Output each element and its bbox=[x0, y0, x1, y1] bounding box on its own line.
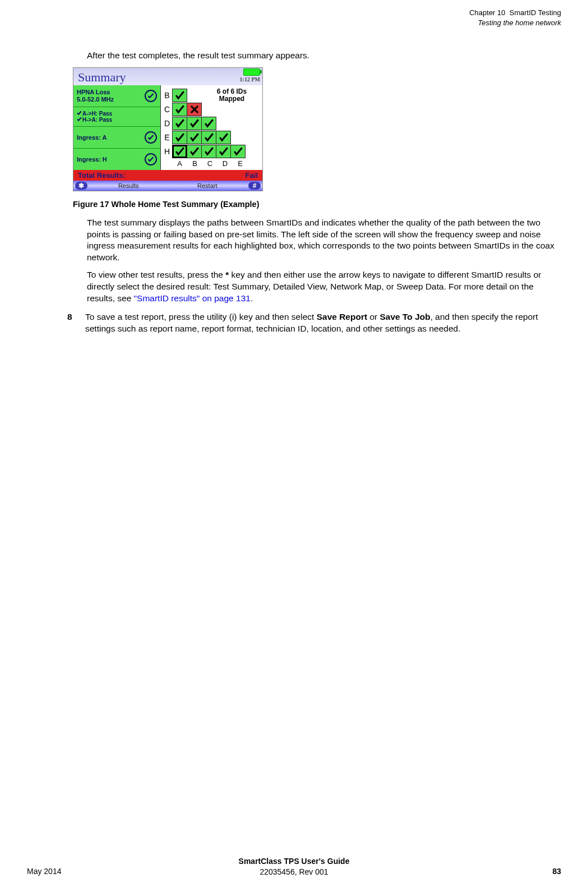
step-8: 8 To save a test report, press the utili… bbox=[67, 311, 561, 335]
mapped-count: 6 of 6 IDs Mapped bbox=[208, 88, 256, 102]
cell-pass bbox=[172, 131, 187, 144]
step-body: To save a test report, press the utility… bbox=[85, 311, 561, 335]
bold-save-to-job: Save To Job bbox=[380, 312, 430, 321]
cell-pass bbox=[187, 117, 202, 130]
step-number: 8 bbox=[67, 311, 76, 335]
figure-caption: Figure 17 Whole Home Test Summary (Examp… bbox=[73, 199, 561, 210]
hash-key-icon: # bbox=[248, 182, 261, 190]
hpna-box: HPNA Loss 5.0-52.0 MHz bbox=[73, 85, 160, 107]
cell-pass bbox=[201, 117, 216, 130]
cell-pass bbox=[172, 103, 187, 116]
left-panel: HPNA Loss 5.0-52.0 MHz A->H: Pass H->A: … bbox=[73, 85, 161, 170]
total-value: Fail bbox=[246, 171, 258, 181]
para-results: To view other test results, press the * … bbox=[87, 269, 558, 305]
cell-pass bbox=[172, 117, 187, 130]
softkey-bar: ✱ Results Restart # bbox=[73, 181, 262, 191]
col-e: E bbox=[233, 159, 248, 169]
check-circle-icon bbox=[145, 131, 157, 144]
cell-pass bbox=[230, 145, 246, 158]
battery-icon bbox=[243, 68, 260, 76]
clock: 1:12 PM bbox=[240, 76, 260, 84]
ingress-h-box: Ingress: H bbox=[73, 149, 160, 170]
soft-restart: Restart bbox=[168, 182, 247, 190]
col-b: B bbox=[187, 159, 202, 169]
row-c-label: C bbox=[162, 103, 172, 117]
cell-pass bbox=[216, 131, 231, 144]
ingress-a: Ingress: A bbox=[77, 134, 107, 141]
ingress-h: Ingress: H bbox=[77, 156, 107, 163]
chapter-num: Chapter 10 bbox=[469, 8, 505, 17]
ingress-a-box: Ingress: A bbox=[73, 127, 160, 149]
check-circle-icon bbox=[145, 90, 157, 102]
pass-ha: H->A: Pass bbox=[82, 117, 112, 123]
hpna-label1: HPNA Loss bbox=[77, 89, 110, 95]
cell-pass bbox=[187, 131, 202, 144]
intro-text: After the test completes, the result tes… bbox=[87, 50, 558, 62]
row-b-label: B bbox=[162, 89, 172, 103]
text: or bbox=[367, 312, 379, 321]
chapter-title: SmartID Testing bbox=[510, 8, 561, 17]
para-summary: The test summary displays the paths betw… bbox=[87, 217, 558, 264]
device-title-bar: Summary 1:12 PM bbox=[73, 68, 262, 85]
cell-pass bbox=[187, 145, 202, 158]
link-smartid-results[interactable]: "SmartID results" on page 131 bbox=[134, 293, 251, 303]
cell-pass-selected bbox=[172, 145, 187, 158]
device-screenshot: Summary 1:12 PM HPNA Loss 5.0-52.0 MHz A… bbox=[73, 67, 263, 191]
row-h-label: H bbox=[162, 145, 172, 159]
text: . bbox=[251, 293, 253, 303]
pass-box: A->H: Pass H->A: Pass bbox=[73, 107, 160, 127]
text: To save a test report, press the utility… bbox=[85, 312, 317, 321]
row-d-label: D bbox=[162, 117, 172, 131]
col-c: C bbox=[202, 159, 217, 169]
row-e-label: E bbox=[162, 131, 172, 145]
cell-fail bbox=[187, 103, 202, 116]
text: To view other test results, press the bbox=[87, 270, 225, 279]
soft-results: Results bbox=[89, 182, 168, 190]
total-label: Total Results: bbox=[78, 171, 126, 181]
screen-title: Summary bbox=[78, 70, 126, 84]
col-a: A bbox=[172, 159, 187, 169]
hpna-label2: 5.0-52.0 MHz bbox=[77, 96, 114, 103]
col-d: D bbox=[217, 159, 233, 169]
cell-pass bbox=[216, 145, 231, 158]
matrix-panel: 6 of 6 IDs Mapped B C D bbox=[161, 85, 262, 170]
total-results-bar: Total Results: Fail bbox=[73, 170, 262, 181]
page-header: Chapter 10 SmartID Testing Testing the h… bbox=[34, 8, 561, 27]
section-title: Testing the home network bbox=[478, 19, 561, 27]
cell-pass bbox=[201, 131, 216, 144]
cell-pass bbox=[172, 89, 187, 102]
col-labels: A B C D E bbox=[172, 159, 260, 169]
star-key-icon: ✱ bbox=[75, 182, 87, 190]
pass-ah: A->H: Pass bbox=[82, 111, 112, 117]
cell-pass bbox=[201, 145, 216, 158]
check-circle-icon bbox=[145, 153, 157, 165]
bold-save-report: Save Report bbox=[317, 312, 367, 321]
